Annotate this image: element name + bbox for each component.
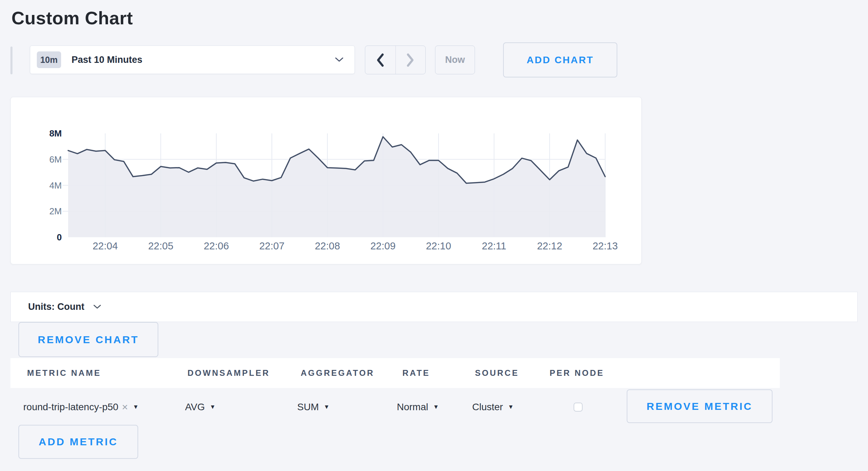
column-aggregator: AGGREGATOR xyxy=(301,368,374,378)
time-range-label: Past 10 Minutes xyxy=(72,55,142,65)
next-time-button[interactable] xyxy=(395,46,426,74)
chevron-down-icon xyxy=(93,305,101,309)
chevron-left-icon xyxy=(376,53,385,67)
add-metric-button[interactable]: ADD METRIC xyxy=(18,425,138,459)
metric-name-value: round-trip-latency-p50 xyxy=(23,402,118,413)
units-dropdown[interactable]: Units: Count xyxy=(10,292,858,322)
svg-text:22:05: 22:05 xyxy=(148,240,174,251)
svg-text:22:06: 22:06 xyxy=(204,240,229,251)
source-value: Cluster xyxy=(472,402,503,413)
page-title: Custom Chart xyxy=(11,8,133,28)
caret-down-icon: ▼ xyxy=(508,404,514,411)
aggregator-value: SUM xyxy=(297,402,319,413)
downsampler-dropdown[interactable]: AVG ▼ xyxy=(185,400,216,414)
downsampler-value: AVG xyxy=(185,402,205,413)
caret-down-icon: ▼ xyxy=(433,404,439,411)
column-source: SOURCE xyxy=(475,368,519,378)
toolbar-accent-bar xyxy=(10,47,12,74)
prev-time-button[interactable] xyxy=(365,46,395,74)
svg-text:22:12: 22:12 xyxy=(537,240,562,251)
time-nav-group xyxy=(365,46,426,74)
caret-down-icon: ▼ xyxy=(210,404,216,411)
svg-text:8M: 8M xyxy=(49,128,62,139)
column-per-node: PER NODE xyxy=(550,368,604,378)
units-label: Units: Count xyxy=(28,301,84,312)
column-metric-name: METRIC NAME xyxy=(27,368,101,378)
aggregator-dropdown[interactable]: SUM ▼ xyxy=(297,400,329,414)
svg-text:22:08: 22:08 xyxy=(315,240,340,251)
add-chart-button[interactable]: ADD CHART xyxy=(503,42,617,77)
svg-text:22:11: 22:11 xyxy=(482,240,506,251)
svg-text:22:09: 22:09 xyxy=(370,240,396,251)
svg-text:0: 0 xyxy=(57,232,62,242)
time-window-badge: 10m xyxy=(37,51,61,68)
source-dropdown[interactable]: Cluster ▼ xyxy=(472,400,514,414)
chart-card: 22:0422:0522:0622:0722:0822:0922:1022:11… xyxy=(10,97,642,264)
metrics-table-header: METRIC NAME DOWNSAMPLER AGGREGATOR RATE … xyxy=(10,358,780,388)
svg-text:22:10: 22:10 xyxy=(426,240,451,251)
caret-down-icon: ▼ xyxy=(324,404,329,411)
svg-text:4M: 4M xyxy=(49,180,62,191)
rate-value: Normal xyxy=(397,402,428,413)
chevron-down-icon xyxy=(335,57,343,62)
rate-dropdown[interactable]: Normal ▼ xyxy=(397,400,439,414)
time-range-dropdown[interactable]: 10m Past 10 Minutes xyxy=(30,46,355,74)
svg-text:22:04: 22:04 xyxy=(93,240,118,251)
caret-down-icon: ▼ xyxy=(133,404,139,411)
column-downsampler: DOWNSAMPLER xyxy=(187,368,270,378)
timeseries-chart: 22:0422:0522:0622:0722:0822:0922:1022:11… xyxy=(11,97,642,265)
svg-text:6M: 6M xyxy=(49,154,62,165)
clear-metric-icon[interactable]: × xyxy=(122,401,128,413)
remove-metric-button[interactable]: REMOVE METRIC xyxy=(627,389,773,423)
remove-chart-button[interactable]: REMOVE CHART xyxy=(18,322,158,357)
svg-text:22:13: 22:13 xyxy=(593,240,618,251)
metric-name-dropdown[interactable]: round-trip-latency-p50 × ▼ xyxy=(23,400,139,414)
per-node-checkbox[interactable] xyxy=(574,403,583,412)
svg-text:22:07: 22:07 xyxy=(259,240,285,251)
svg-text:2M: 2M xyxy=(49,206,62,216)
chevron-right-icon xyxy=(406,53,415,67)
now-button[interactable]: Now xyxy=(435,46,475,74)
column-rate: RATE xyxy=(402,368,430,378)
